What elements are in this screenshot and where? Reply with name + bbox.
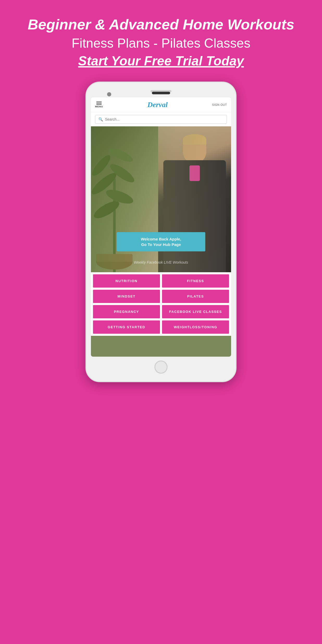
welcome-line2: Go To Your Hub Page xyxy=(122,242,200,247)
phone-mockup: MENU Derval SIGN OUT 🔍 xyxy=(85,82,237,382)
cta-link[interactable]: Start Your Free Trial Today xyxy=(78,53,244,69)
fb-live-text: Weekly Facebook LIVE Workouts xyxy=(134,260,188,264)
category-button-getting-started[interactable]: GETTING STARTED xyxy=(93,320,160,334)
category-button-fitness[interactable]: FITNESS xyxy=(162,274,229,288)
welcome-hub-button[interactable]: Welcome Back Apple, Go To Your Hub Page xyxy=(117,232,205,251)
phone-bottom xyxy=(91,361,231,374)
hamburger-icon xyxy=(96,102,102,105)
search-bar: 🔍 xyxy=(91,112,231,126)
search-input-wrapper[interactable]: 🔍 xyxy=(95,115,227,124)
app-logo: Derval xyxy=(147,101,168,109)
category-button-nutrition[interactable]: NUTRITION xyxy=(93,274,160,288)
app-navbar: MENU Derval SIGN OUT xyxy=(91,97,231,112)
welcome-line1: Welcome Back Apple, xyxy=(122,237,200,241)
subheadline: Fitness Plans - Pilates Classes xyxy=(28,36,294,51)
menu-label: MENU xyxy=(95,105,103,108)
bottom-content-area xyxy=(91,336,231,357)
phone-speaker xyxy=(152,92,170,94)
category-button-mindset[interactable]: MINDSET xyxy=(93,290,160,303)
category-button-weightloss[interactable]: WEIGHTLOSS/TONING xyxy=(162,320,229,334)
search-input[interactable] xyxy=(105,117,224,121)
category-button-pregnancy[interactable]: PREGNANCY xyxy=(93,305,160,318)
phone-screen: MENU Derval SIGN OUT 🔍 xyxy=(91,97,231,357)
header-section: Beginner & Advanced Home Workouts Fitnes… xyxy=(7,0,315,76)
phone-home-button[interactable] xyxy=(154,361,168,374)
search-icon: 🔍 xyxy=(98,117,103,121)
phone-camera xyxy=(107,92,111,96)
headline: Beginner & Advanced Home Workouts xyxy=(28,16,294,33)
hero-area: Welcome Back Apple, Go To Your Hub Page … xyxy=(91,126,231,272)
menu-button[interactable]: MENU xyxy=(95,102,103,108)
sign-out-button[interactable]: SIGN OUT xyxy=(212,103,227,106)
category-button-facebook-live[interactable]: FACEBOOK LIVE CLASSES xyxy=(162,305,229,318)
category-button-pilates[interactable]: PILATES xyxy=(162,290,229,303)
category-grid: NUTRITION FITNESS MINDSET PILATES PREGNA… xyxy=(91,272,231,336)
